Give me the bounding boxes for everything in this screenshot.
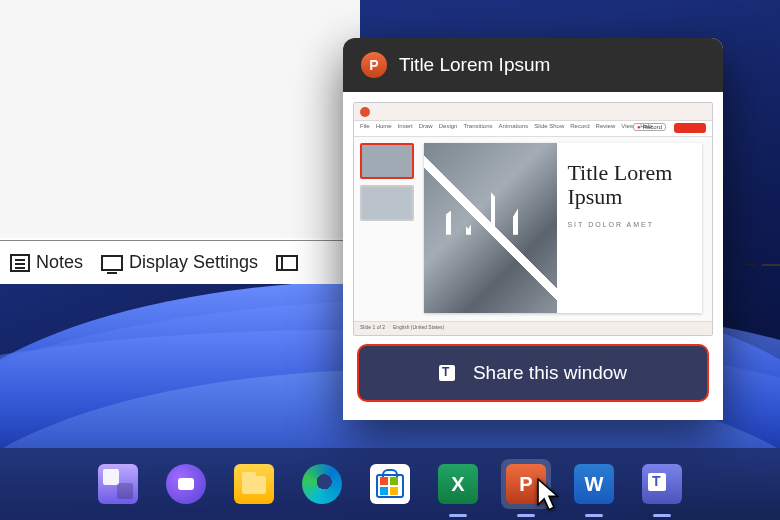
display-settings-label: Display Settings: [129, 252, 258, 273]
task-view-button[interactable]: [93, 459, 143, 509]
teams-icon: [439, 362, 461, 384]
share-button-thumb: [674, 123, 706, 133]
record-button-thumb: Record: [633, 123, 666, 131]
word-button[interactable]: [569, 459, 619, 509]
taskbar: [0, 448, 780, 520]
microsoft-store-button[interactable]: [365, 459, 415, 509]
powerpoint-icon: P: [361, 52, 387, 78]
slide-subtitle-thumb: SIT DOLOR AMET: [567, 221, 692, 228]
display-settings-button[interactable]: Display Settings: [101, 252, 258, 273]
share-this-window-button[interactable]: Share this window: [357, 344, 709, 402]
teams-button[interactable]: [637, 459, 687, 509]
preview-title: Title Lorem Ipsum: [399, 54, 550, 76]
background-window-powerpoint: Notes Display Settings: [0, 0, 360, 284]
reading-view-button[interactable]: [276, 255, 298, 271]
notes-button[interactable]: Notes: [10, 252, 83, 273]
slide-title-thumb: Title Lorem Ipsum: [567, 161, 692, 209]
preview-header[interactable]: P Title Lorem Ipsum: [343, 38, 723, 92]
powerpoint-status-bar: Notes Display Settings: [0, 240, 360, 284]
powerpoint-button[interactable]: [501, 459, 551, 509]
chat-button[interactable]: [161, 459, 211, 509]
display-settings-icon: [101, 255, 123, 271]
share-this-window-label: Share this window: [473, 362, 627, 384]
reading-view-icon: [276, 255, 298, 271]
slide-panel-thumb: [360, 143, 414, 313]
zoom-slider[interactable]: [762, 264, 780, 266]
taskbar-preview-flyout: P Title Lorem Ipsum File Home Insert Dra…: [343, 38, 723, 420]
file-explorer-button[interactable]: [229, 459, 279, 509]
edge-button[interactable]: [297, 459, 347, 509]
notes-icon: [10, 254, 30, 272]
excel-button[interactable]: [433, 459, 483, 509]
slide-canvas-thumb: Title Lorem Ipsum SIT DOLOR AMET: [424, 143, 702, 313]
notes-label: Notes: [36, 252, 83, 273]
window-thumbnail[interactable]: File Home Insert Draw Design Transitions…: [353, 102, 713, 336]
